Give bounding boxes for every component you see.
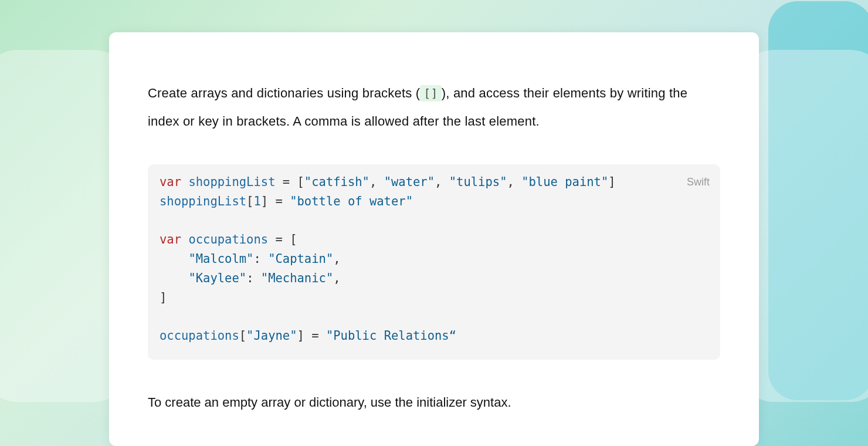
- code-colon: :: [246, 271, 253, 285]
- code-bracket: [: [290, 232, 297, 246]
- code-identifier: shoppingList: [188, 175, 275, 189]
- code-language-label: Swift: [687, 174, 710, 191]
- code-operator: =: [275, 194, 282, 208]
- code-string: "Malcolm": [188, 252, 253, 266]
- code-keyword-var: var: [160, 232, 181, 246]
- code-bracket: ]: [261, 194, 268, 208]
- code-operator: =: [311, 329, 318, 343]
- code-string: "tulips": [449, 175, 507, 189]
- code-string: "bottle of water": [290, 194, 413, 208]
- code-bracket: ]: [160, 290, 167, 305]
- code-bracket: [: [246, 194, 253, 208]
- code-string: "Mechanic": [261, 271, 333, 285]
- code-identifier: occupations: [188, 232, 268, 246]
- code-comma: ,: [333, 271, 340, 285]
- code-identifier: shoppingList: [160, 194, 246, 208]
- code-bracket: [: [297, 175, 304, 189]
- content-card: Create arrays and dictionaries using bra…: [109, 32, 759, 446]
- code-string: "Jayne": [246, 329, 297, 343]
- intro-paragraph: Create arrays and dictionaries using bra…: [148, 79, 720, 136]
- code-string: "catfish": [304, 175, 369, 189]
- code-keyword-var: var: [160, 175, 181, 189]
- code-string: "Captain": [268, 252, 333, 266]
- code-colon: :: [253, 252, 260, 266]
- code-operator: =: [283, 175, 290, 189]
- code-number: 1: [253, 194, 260, 208]
- code-string: "Public Relations“: [326, 329, 456, 343]
- code-bracket: ]: [608, 175, 615, 189]
- code-bracket: [: [239, 329, 246, 343]
- code-content: var shoppingList = ["catfish", "water", …: [160, 173, 708, 346]
- inline-code-brackets: []: [420, 85, 441, 102]
- code-string: "water": [384, 175, 435, 189]
- intro-prefix: Create arrays and dictionaries using bra…: [148, 86, 420, 100]
- code-comma: ,: [507, 175, 514, 189]
- code-bracket: ]: [297, 329, 304, 343]
- code-string: "blue paint": [521, 175, 608, 189]
- code-comma: ,: [435, 175, 442, 189]
- code-comma: ,: [333, 252, 340, 266]
- code-comma: ,: [369, 175, 377, 189]
- code-identifier: occupations: [160, 329, 239, 343]
- code-string: "Kaylee": [188, 271, 246, 285]
- code-block: Swift var shoppingList = ["catfish", "wa…: [148, 164, 720, 360]
- follow-paragraph: To create an empty array or dictionary, …: [148, 395, 720, 410]
- code-operator: =: [275, 232, 282, 246]
